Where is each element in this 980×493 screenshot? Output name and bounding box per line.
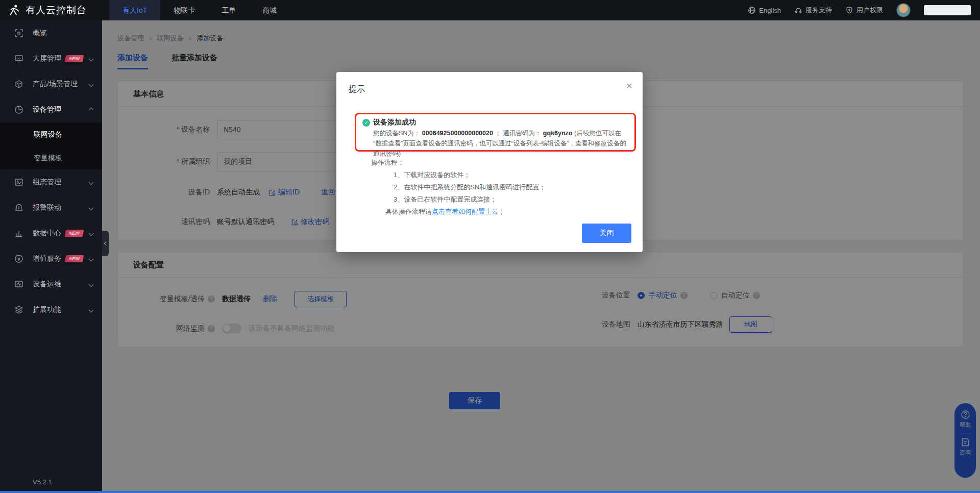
comm-password-new-value: gqk6ynzo bbox=[543, 130, 573, 137]
dialog-title: 提示 bbox=[349, 84, 365, 95]
sidebar-item-screen-mgmt[interactable]: 大屏管理 NEW bbox=[0, 46, 102, 71]
top-right-menu: English 服务支持 用户权限 bbox=[748, 3, 980, 17]
sidebar-subitem-variable-template[interactable]: 变量模板 bbox=[0, 146, 102, 169]
sidebar-item-label: 组态管理 bbox=[33, 178, 61, 187]
sidebar-item-product-scene[interactable]: 产品/场景管理 bbox=[0, 71, 102, 97]
user-permission-label: 用户权限 bbox=[856, 6, 883, 15]
sidebar-item-label: 增值服务 bbox=[33, 254, 61, 263]
sidebar-item-label: 产品/场景管理 bbox=[33, 80, 78, 89]
extensions-icon bbox=[14, 305, 23, 314]
app-title: 有人云控制台 bbox=[26, 4, 87, 17]
sidebar-item-label: 概览 bbox=[33, 29, 47, 38]
close-icon[interactable]: × bbox=[626, 80, 632, 91]
top-bar: 有人云控制台 有人IoT 物联卡 工单 商城 English 服务支持 用户权限 bbox=[0, 0, 980, 20]
sidebar: 概览 大屏管理 NEW 产品/场景管理 设备管理 联网设备 变量模板 组态管理 bbox=[0, 20, 102, 493]
chevron-down-icon bbox=[89, 307, 94, 312]
language-switch[interactable]: English bbox=[748, 6, 781, 14]
sidebar-item-label: 大屏管理 bbox=[33, 54, 61, 63]
success-check-icon: ✓ bbox=[362, 119, 370, 127]
sidebar-item-label: 设备管理 bbox=[33, 105, 61, 114]
sidebar-item-label: 扩展功能 bbox=[33, 305, 61, 314]
chevron-down-icon bbox=[89, 205, 94, 210]
device-sn-value: 00064925000000000020 bbox=[422, 130, 493, 137]
how-to-configure-link[interactable]: 点击查看如何配置上云 bbox=[432, 208, 498, 215]
sidebar-item-data-center[interactable]: 数据中心 NEW bbox=[0, 220, 102, 246]
success-message: 您的设备SN为： 00064925000000000020 ； 通讯密码为： g… bbox=[362, 128, 628, 159]
new-badge: NEW bbox=[65, 55, 84, 62]
step-item: 2、在软件中把系统分配的SN和通讯密码进行配置； bbox=[371, 181, 546, 193]
service-support[interactable]: 服务支持 bbox=[794, 6, 832, 15]
top-nav-iot-card[interactable]: 物联卡 bbox=[160, 0, 208, 20]
globe-icon bbox=[748, 6, 756, 14]
step-item: 3、设备已在软件中配置完成连接； bbox=[371, 193, 546, 206]
success-title: 设备添加成功 bbox=[373, 118, 416, 127]
sidebar-item-device-mgmt[interactable]: 设备管理 bbox=[0, 97, 102, 122]
user-permission[interactable]: 用户权限 bbox=[845, 6, 883, 15]
chevron-down-icon bbox=[89, 82, 94, 87]
overview-icon bbox=[14, 29, 23, 38]
sidebar-subitem-label: 变量模板 bbox=[34, 154, 62, 162]
new-badge: NEW bbox=[65, 230, 84, 237]
collapse-arrow-icon bbox=[104, 241, 108, 245]
language-label: English bbox=[759, 7, 781, 14]
sidebar-item-label: 设备运维 bbox=[33, 280, 61, 289]
device-mgmt-icon bbox=[14, 105, 23, 114]
sidebar-item-label: 数据中心 bbox=[33, 229, 61, 238]
sidebar-item-label: 报警联动 bbox=[33, 203, 61, 212]
value-added-icon bbox=[14, 254, 23, 263]
steps-footer: 具体操作流程请点击查看如何配置上云； bbox=[371, 206, 546, 218]
headset-icon bbox=[794, 6, 802, 14]
operation-steps: 操作流程： 1、下载对应设备的软件； 2、在软件中把系统分配的SN和通讯密码进行… bbox=[371, 157, 546, 218]
usr-logo-icon bbox=[7, 4, 20, 17]
sidebar-item-scada-mgmt[interactable]: 组态管理 bbox=[0, 169, 102, 195]
top-nav: 有人IoT 物联卡 工单 商城 bbox=[109, 0, 290, 20]
data-center-icon bbox=[14, 229, 23, 238]
steps-title: 操作流程： bbox=[371, 157, 546, 169]
sidebar-item-value-added[interactable]: 增值服务 NEW bbox=[0, 246, 102, 272]
sidebar-item-alarm-linkage[interactable]: 报警联动 bbox=[0, 195, 102, 220]
sidebar-subitem-label: 联网设备 bbox=[34, 130, 62, 138]
dialog-close-button[interactable]: 关闭 bbox=[582, 224, 631, 243]
bottom-scrollbar[interactable] bbox=[0, 491, 980, 493]
annotation-red-box: ✓ 设备添加成功 您的设备SN为： 00064925000000000020 ；… bbox=[355, 113, 636, 152]
sidebar-subitem-network-device[interactable]: 联网设备 bbox=[0, 122, 102, 146]
sidebar-item-device-ops[interactable]: 设备运维 bbox=[0, 272, 102, 297]
chevron-down-icon bbox=[89, 180, 94, 185]
prompt-dialog: 提示 × ✓ 设备添加成功 您的设备SN为： 00064925000000000… bbox=[336, 72, 643, 252]
chevron-down-icon bbox=[89, 282, 94, 287]
avatar[interactable] bbox=[896, 3, 911, 17]
chevron-down-icon bbox=[89, 231, 94, 236]
sidebar-item-extensions[interactable]: 扩展功能 bbox=[0, 297, 102, 323]
step-item: 1、下载对应设备的软件； bbox=[371, 169, 546, 181]
logo[interactable]: 有人云控制台 bbox=[0, 4, 102, 17]
new-badge: NEW bbox=[65, 255, 84, 262]
screen-icon bbox=[14, 54, 23, 63]
sidebar-collapse-handle[interactable] bbox=[102, 231, 109, 256]
chevron-up-icon bbox=[89, 107, 94, 112]
chevron-down-icon bbox=[89, 56, 94, 61]
service-support-label: 服务支持 bbox=[805, 6, 832, 15]
device-ops-icon bbox=[14, 280, 23, 289]
shield-icon bbox=[845, 6, 853, 14]
top-nav-work-order[interactable]: 工单 bbox=[208, 0, 249, 20]
version-label: V5.2.1 bbox=[33, 478, 52, 486]
alarm-icon bbox=[14, 203, 23, 212]
chevron-down-icon bbox=[89, 256, 94, 261]
top-nav-usriot[interactable]: 有人IoT bbox=[109, 0, 160, 20]
scada-icon bbox=[14, 178, 23, 187]
product-icon bbox=[14, 80, 23, 89]
username-redacted[interactable] bbox=[924, 5, 971, 15]
top-nav-mall[interactable]: 商城 bbox=[249, 0, 290, 20]
sidebar-item-overview[interactable]: 概览 bbox=[0, 20, 102, 46]
